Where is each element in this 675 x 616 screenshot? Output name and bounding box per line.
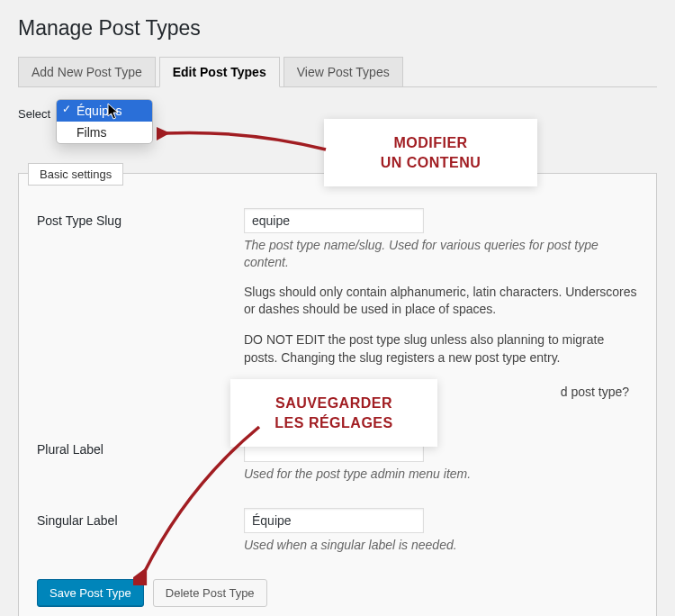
post-type-slug-label: Post Type Slug xyxy=(37,208,244,228)
slug-help-2: DO NOT EDIT the post type slug unless al… xyxy=(244,331,638,367)
dropdown-option-films[interactable]: Films xyxy=(57,122,152,143)
delete-post-type-button[interactable]: Delete Post Type xyxy=(153,579,267,607)
fieldset-legend: Basic settings xyxy=(28,163,123,186)
singular-label-label: Singular Label xyxy=(37,508,244,528)
slug-description: The post type name/slug. Used for variou… xyxy=(244,237,638,271)
annotation-arrow-icon xyxy=(157,121,337,177)
tabs: Add New Post Type Edit Post Types View P… xyxy=(18,57,657,87)
plural-label-label: Plural Label xyxy=(37,437,244,457)
post-type-select-dropdown[interactable]: Équipes Films xyxy=(56,99,153,144)
singular-description: Used when a singular label is needed. xyxy=(244,537,638,554)
annotation-modify-content: MODIFIER UN CONTENU xyxy=(324,119,537,186)
page-title: Manage Post Types xyxy=(18,16,657,41)
dropdown-option-equipes[interactable]: Équipes xyxy=(57,100,152,122)
annotation-save-settings: SAUVEGARDER LES RÉGLAGES xyxy=(230,379,437,447)
slug-help-1: Slugs should only contain alphanumeric, … xyxy=(244,284,638,319)
select-label: Select xyxy=(18,105,50,121)
post-type-slug-input[interactable] xyxy=(244,208,424,233)
tab-edit-post-types[interactable]: Edit Post Types xyxy=(159,57,280,87)
tab-view-post-types[interactable]: View Post Types xyxy=(284,57,403,87)
plural-description: Used for the post type admin menu item. xyxy=(244,466,638,483)
singular-label-input[interactable] xyxy=(244,508,424,533)
save-post-type-button[interactable]: Save Post Type xyxy=(37,579,144,607)
tab-add-new-post-type[interactable]: Add New Post Type xyxy=(18,57,156,87)
